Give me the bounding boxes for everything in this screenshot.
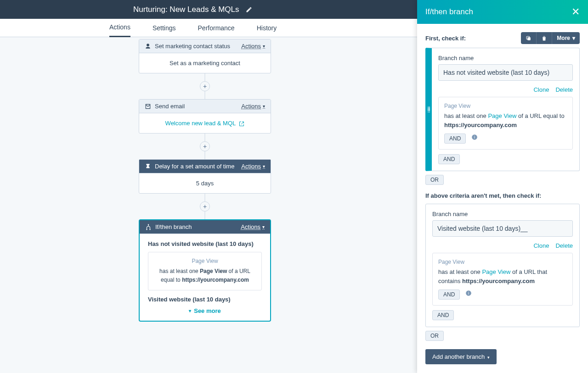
filter-type-label: Page View (444, 103, 567, 109)
connector: + (205, 73, 205, 99)
node-actions-dropdown[interactable]: Actions (241, 163, 265, 170)
first-check-row: First, check if: More ▾ (425, 32, 580, 44)
tab-actions[interactable]: Actions (109, 19, 130, 37)
tab-settings[interactable]: Settings (153, 19, 176, 37)
svg-point-1 (146, 229, 147, 230)
between-label: If above criteria aren't met, then check… (425, 192, 580, 199)
node-actions-dropdown[interactable]: Actions (241, 103, 265, 110)
branch-card-2[interactable]: Branch name Clone Delete Page View has a… (425, 204, 580, 327)
drag-handle-icon[interactable]: ⠿⠿⠿ (427, 107, 431, 111)
side-panel: If/then branch ✕ First, check if: More ▾… (417, 0, 588, 373)
and-pill-inner[interactable]: AND (438, 289, 460, 300)
node-delay[interactable]: Delay for a set amount of time Actions 5… (139, 159, 271, 194)
node-set-contact[interactable]: Set marketing contact status Actions Set… (139, 39, 271, 73)
node-body: Set as a marketing contact (139, 53, 271, 73)
tab-history[interactable]: History (257, 19, 277, 37)
svg-rect-3 (528, 37, 531, 40)
edit-icon[interactable] (246, 6, 252, 13)
criteria-line: has at least one Page View of a URL equa… (155, 267, 255, 284)
criteria-type: Page View (155, 258, 255, 264)
close-icon[interactable]: ✕ (571, 7, 580, 17)
branch-card-1[interactable]: ⠿⠿⠿ Branch name Clone Delete Page View h… (425, 48, 580, 171)
external-link-icon (239, 121, 244, 127)
panel-body: First, check if: More ▾ ⠿⠿⠿ Branch name … (417, 24, 588, 373)
node-body: Has not visited website (last 10 days) P… (140, 234, 270, 321)
or-pill[interactable]: OR (425, 331, 444, 341)
clone-link[interactable]: Clone (533, 242, 549, 249)
or-pill[interactable]: OR (425, 175, 444, 185)
and-pill-inner[interactable]: AND (444, 134, 466, 144)
info-icon[interactable]: i (465, 290, 472, 296)
node-title: Delay for a set amount of time (155, 163, 234, 170)
tab-performance[interactable]: Performance (198, 19, 235, 37)
email-link[interactable]: Welcome new lead & MQL (165, 120, 236, 127)
criteria-box: Page View has at least one Page View of … (148, 252, 262, 290)
branch-name-input-2[interactable] (432, 220, 573, 237)
node-header: If/then branch Actions (140, 220, 270, 234)
filter-line: has at least one Page View of a URL that… (438, 267, 567, 286)
mail-icon (145, 103, 151, 110)
and-pill-outer[interactable]: AND (438, 154, 460, 164)
branch-title-2: Visited website (last 10 days) (148, 296, 262, 303)
see-more-link[interactable]: See more (148, 307, 262, 314)
clone-link[interactable]: Clone (533, 86, 549, 93)
branch-name-input-1[interactable] (438, 64, 573, 81)
first-check-label: First, check if: (425, 35, 466, 42)
add-branch-button[interactable]: Add another branch (425, 349, 497, 364)
node-header: Send email Actions (139, 100, 271, 113)
branch-name-label: Branch name (438, 55, 573, 61)
delete-icon-button[interactable] (536, 32, 552, 44)
user-icon (145, 43, 151, 50)
more-dropdown[interactable]: More ▾ (552, 32, 580, 44)
connector: + (205, 134, 205, 159)
svg-text:i: i (474, 135, 475, 139)
delete-link[interactable]: Delete (555, 242, 573, 249)
filter-line: has at least one Page View of a URL equa… (444, 111, 567, 130)
node-send-email[interactable]: Send email Actions Welcome new lead & MQ… (139, 99, 271, 134)
info-icon[interactable]: i (471, 134, 478, 140)
add-action-button[interactable]: + (200, 201, 210, 212)
add-action-button[interactable]: + (200, 81, 210, 91)
node-actions-dropdown[interactable]: Actions (241, 43, 265, 50)
filter-box-1[interactable]: Page View has at least one Page View of … (438, 97, 573, 150)
workflow-title: Nurturing: New Leads & MQLs (133, 5, 239, 14)
node-ifthen-branch[interactable]: If/then branch Actions Has not visited w… (139, 219, 271, 322)
branch-name-label: Branch name (432, 211, 573, 217)
clone-icon-button[interactable] (521, 32, 536, 44)
svg-point-2 (149, 229, 150, 230)
node-body: Welcome new lead & MQL (139, 113, 271, 133)
node-header: Set marketing contact status Actions (139, 39, 271, 53)
node-header: Delay for a set amount of time Actions (139, 160, 271, 173)
panel-title: If/then branch (425, 7, 473, 17)
page-view-link[interactable]: Page View (488, 112, 516, 119)
branch-title: Has not visited website (last 10 days) (148, 240, 262, 247)
svg-point-0 (148, 224, 149, 225)
page-view-link[interactable]: Page View (482, 268, 510, 275)
delete-link[interactable]: Delete (555, 86, 573, 93)
branch-toolbar: More ▾ (521, 32, 580, 44)
node-title: Set marketing contact status (155, 43, 230, 50)
panel-header: If/then branch ✕ (417, 0, 588, 24)
svg-text:i: i (468, 291, 469, 295)
and-pill-outer[interactable]: AND (432, 310, 454, 320)
add-action-button[interactable]: + (200, 141, 210, 151)
filter-type-label: Page View (438, 259, 567, 265)
node-title: Send email (155, 103, 185, 110)
node-body: 5 days (139, 173, 271, 193)
branch-icon (145, 224, 152, 230)
hourglass-icon (145, 163, 151, 170)
connector: + (205, 194, 205, 219)
filter-box-2[interactable]: Page View has at least one Page View of … (432, 253, 573, 306)
node-actions-dropdown[interactable]: Actions (241, 223, 265, 230)
node-title: If/then branch (155, 223, 192, 230)
